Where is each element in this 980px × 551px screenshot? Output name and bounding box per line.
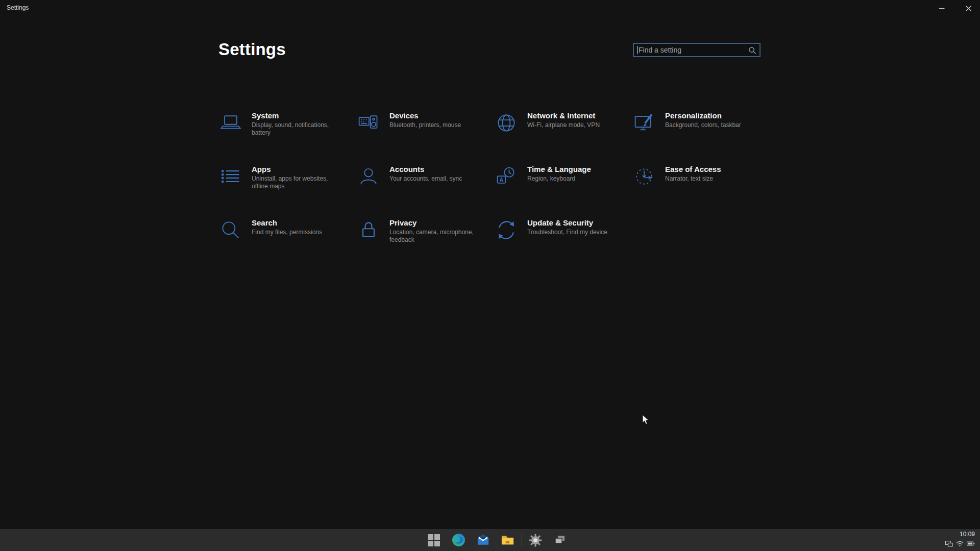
category-subtitle: Find my files, permissions <box>252 229 342 236</box>
system-icon <box>219 112 242 134</box>
mouse-cursor <box>642 414 649 427</box>
gear-icon <box>529 534 542 547</box>
mail-button[interactable] <box>476 529 490 551</box>
window-stack-button[interactable] <box>553 529 567 551</box>
category-title: Apps <box>252 164 342 174</box>
windows-logo-icon <box>428 534 440 546</box>
category-title: Devices <box>389 111 480 120</box>
minimize-button[interactable] <box>930 0 953 16</box>
category-title: Time & Language <box>527 164 618 174</box>
search-icon[interactable] <box>748 46 756 57</box>
lock-icon <box>357 219 380 241</box>
category-title: Search <box>252 218 342 228</box>
category-devices[interactable]: Devices Bluetooth, printers, mouse <box>357 111 495 165</box>
wifi-icon[interactable] <box>956 540 964 549</box>
cast-icon[interactable] <box>945 540 953 549</box>
category-personalization[interactable]: Personalization Background, colors, task… <box>633 111 771 165</box>
personalization-icon <box>633 112 655 134</box>
page-title: Settings <box>218 40 286 59</box>
taskbar-icons <box>427 529 577 551</box>
category-subtitle: Region, keyboard <box>527 175 618 183</box>
category-subtitle: Display, sound, notifications, battery <box>252 121 342 137</box>
clock[interactable]: 10:09 <box>960 530 975 538</box>
tray-icons <box>945 540 975 549</box>
category-title: Ease of Access <box>665 164 756 174</box>
category-network[interactable]: Network & Internet Wi-Fi, airplane mode,… <box>495 111 633 165</box>
svg-text:A: A <box>500 177 504 183</box>
magnifier-icon <box>219 219 242 241</box>
category-title: Personalization <box>665 111 756 120</box>
category-search[interactable]: Search Find my files, permissions <box>219 218 357 272</box>
titlebar: Settings <box>0 0 980 16</box>
category-update-security[interactable]: Update & Security Troubleshoot, Find my … <box>495 218 633 272</box>
refresh-icon <box>495 219 518 241</box>
category-system[interactable]: System Display, sound, notifications, ba… <box>219 111 357 165</box>
category-subtitle: Your accounts, email, sync <box>389 175 480 183</box>
ease-of-access-icon <box>633 165 655 188</box>
edge-button[interactable] <box>451 529 465 551</box>
globe-icon <box>495 112 518 134</box>
file-explorer-button[interactable] <box>500 529 514 551</box>
category-title: Update & Security <box>527 218 618 228</box>
category-ease-of-access[interactable]: Ease of Access Narrator, text size <box>633 165 771 218</box>
taskbar-separator <box>522 534 522 547</box>
category-subtitle: Narrator, text size <box>665 175 756 183</box>
devices-icon <box>357 112 380 134</box>
text-caret <box>637 46 638 54</box>
window-stack-icon <box>553 534 567 547</box>
category-accounts[interactable]: Accounts Your accounts, email, sync <box>357 165 495 218</box>
user-icon <box>357 165 380 188</box>
category-time-language[interactable]: A Time & Language Region, keyboard <box>495 165 633 218</box>
apps-list-icon <box>219 165 242 188</box>
start-button[interactable] <box>427 529 441 551</box>
minimize-icon <box>939 6 945 11</box>
category-subtitle: Location, camera, microphone, feedback <box>389 229 480 244</box>
taskbar: 10:09 <box>0 529 980 551</box>
category-subtitle: Troubleshoot, Find my device <box>527 229 618 236</box>
category-subtitle: Wi-Fi, airplane mode, VPN <box>527 121 618 129</box>
battery-icon[interactable] <box>967 540 975 549</box>
close-button[interactable] <box>957 0 980 16</box>
category-subtitle: Bluetooth, printers, mouse <box>389 121 480 129</box>
system-tray: 10:09 <box>945 530 975 549</box>
settings-taskbar-button[interactable] <box>528 529 543 551</box>
search-box <box>633 43 761 57</box>
window-title: Settings <box>7 4 29 11</box>
search-input[interactable] <box>634 44 760 56</box>
clock-language-icon: A <box>495 165 518 188</box>
category-subtitle: Background, colors, taskbar <box>665 121 756 129</box>
mail-icon <box>476 533 490 547</box>
category-privacy[interactable]: Privacy Location, camera, microphone, fe… <box>357 218 495 272</box>
category-title: Network & Internet <box>527 111 618 120</box>
category-title: System <box>252 111 342 120</box>
category-subtitle: Uninstall, apps for websites, offline ma… <box>252 175 342 190</box>
settings-category-grid: System Display, sound, notifications, ba… <box>219 111 771 272</box>
close-icon <box>966 6 971 11</box>
folder-icon <box>501 533 514 547</box>
edge-browser-icon <box>452 533 465 547</box>
category-apps[interactable]: Apps Uninstall, apps for websites, offli… <box>219 165 357 218</box>
category-title: Accounts <box>389 164 480 174</box>
category-title: Privacy <box>389 218 480 228</box>
